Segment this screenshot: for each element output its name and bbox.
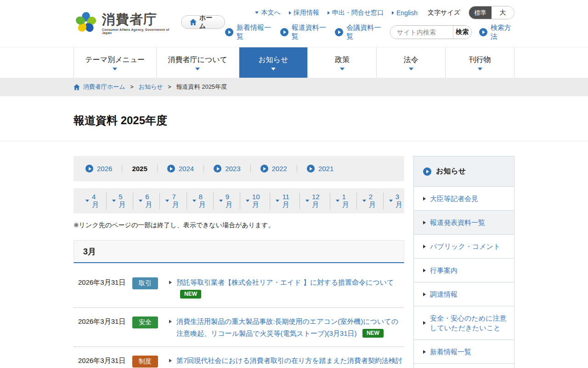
year-label: 2022: [272, 165, 287, 172]
play-circle-icon: [225, 28, 233, 36]
sidebar: お知らせ 大臣等記者会見 報道発表資料一覧 パブリック・コメント 行事案内 調達…: [413, 156, 514, 368]
arrow-right-icon: [169, 320, 172, 323]
breadcrumb-section-link[interactable]: お知らせ: [139, 83, 163, 91]
month-tab[interactable]: 5月: [106, 193, 127, 209]
quicklinks-row: 新着情報一覧 報道資料一覧 会議資料一覧 検索 検索方法: [225, 23, 514, 41]
search-help-link[interactable]: 検索方法: [479, 23, 514, 41]
utility-link[interactable]: 申出・問合せ窓口: [328, 9, 384, 17]
month-tab[interactable]: 12月: [300, 193, 324, 209]
quicklink[interactable]: 報道資料一覧: [280, 23, 328, 41]
chevron-down-icon: [165, 200, 169, 202]
search-button[interactable]: 検索: [453, 26, 471, 39]
chevron-down-icon: [409, 68, 413, 70]
search-input[interactable]: [390, 26, 453, 39]
nav-tab-label: 刊行物: [469, 55, 491, 65]
sidebar-item[interactable]: 安全・安心のために注意していただきたいこと: [414, 306, 514, 339]
play-circle-icon: [214, 165, 221, 172]
month-label: 9月: [226, 193, 234, 209]
month-label: 3月: [396, 193, 404, 209]
month-tab[interactable]: 3月: [383, 193, 404, 209]
quicklink[interactable]: 会議資料一覧: [335, 23, 383, 41]
month-tab[interactable]: 4月: [85, 193, 101, 209]
play-circle-icon: [307, 165, 315, 172]
nav-tab-label: テーマ別メニュー: [85, 55, 145, 65]
chevron-down-icon: [85, 200, 89, 202]
year-tab[interactable]: 2023: [204, 165, 240, 172]
chevron-down-icon: [336, 200, 339, 202]
sidebar-header: お知らせ: [414, 156, 514, 186]
home-button[interactable]: ホーム: [181, 15, 225, 29]
sidebar-item-label: 行事案内: [430, 265, 458, 275]
nav-tab[interactable]: 法令: [377, 47, 446, 78]
sidebar-item[interactable]: 大臣等記者会見: [414, 186, 514, 210]
quicklink-label: 報道資料一覧: [292, 23, 328, 41]
breadcrumb-separator: >: [168, 84, 171, 90]
utility-link-label: 申出・問合せ窓口: [332, 9, 384, 17]
month-tab[interactable]: 1月: [330, 193, 351, 209]
main-column: 2026 2025 2024 2023 2022 2021 4月 5月 6月 7…: [74, 156, 404, 368]
nav-tab[interactable]: 消費者庁について: [157, 47, 239, 78]
sidebar-item[interactable]: 新着情報一覧: [414, 339, 514, 363]
news-date: 2026年3月31日: [78, 276, 130, 287]
month-label: 5月: [119, 193, 127, 209]
chevron-down-icon: [271, 68, 276, 70]
month-tab[interactable]: 8月: [187, 193, 208, 209]
month-label: 1月: [342, 193, 351, 209]
nav-tab-label: 政策: [335, 55, 350, 65]
sidebar-item[interactable]: 報道発表資料一覧: [414, 210, 514, 234]
agency-logo-link[interactable]: 消費者庁 Consumer Affairs Agency, Government…: [74, 9, 171, 38]
chevron-down-icon: [112, 200, 116, 202]
arrow-right-icon: [392, 11, 394, 15]
news-link[interactable]: 第7回現代社会における消費者取引の在り方を踏まえた消費者契約法検討会ワーキンググ…: [176, 356, 402, 368]
news-list: 2026年3月31日 取引 預託等取引業者【株式会社リア・エイド 】に対する措置…: [74, 269, 404, 368]
nav-tab[interactable]: お知らせ: [239, 47, 308, 78]
breadcrumb-home-link[interactable]: 消費者庁ホーム: [83, 83, 125, 91]
font-size-standard-button[interactable]: 標準: [469, 6, 492, 19]
month-label: 10月: [252, 193, 265, 209]
year-tab[interactable]: 2024: [157, 165, 194, 172]
month-section-heading: 3月: [74, 240, 404, 263]
nav-tab[interactable]: テーマ別メニュー: [74, 47, 157, 78]
month-tab[interactable]: 2月: [356, 193, 378, 209]
chevron-down-icon: [276, 200, 279, 202]
chevron-down-icon: [389, 200, 393, 202]
sidebar-item-label: 大臣等記者会見: [430, 194, 478, 203]
play-circle-icon: [167, 165, 175, 172]
page-title: 報道資料 2025年度: [74, 113, 514, 128]
sidebar-item[interactable]: 調達情報: [414, 282, 514, 306]
year-tab[interactable]: 2021: [297, 165, 334, 172]
year-label: 2024: [179, 165, 194, 172]
month-tab[interactable]: 9月: [213, 193, 234, 209]
year-tab[interactable]: 2026: [85, 165, 112, 172]
category-badge: 取引: [132, 277, 158, 289]
quicklink[interactable]: 新着情報一覧: [225, 23, 273, 41]
nav-tab[interactable]: 刊行物: [446, 47, 514, 78]
year-tab[interactable]: 2022: [250, 165, 287, 172]
home-button-label: ホーム: [199, 14, 216, 30]
arrow-right-icon: [423, 245, 426, 248]
nav-tab[interactable]: 政策: [308, 47, 377, 78]
utility-link[interactable]: 採用情報: [289, 9, 319, 17]
new-badge: NEW: [180, 290, 201, 299]
arrow-right-icon: [423, 269, 426, 272]
arrow-right-icon: [423, 321, 426, 325]
sidebar-item[interactable]: 行事案内: [414, 258, 514, 282]
month-tab[interactable]: 10月: [240, 193, 265, 209]
arrow-right-icon: [423, 221, 426, 224]
news-link[interactable]: 預託等取引業者【株式会社リア・エイド 】に対する措置命令について: [176, 278, 394, 286]
month-selector: 4月 5月 6月 7月 8月 9月 10月 11月 12月 1月 2月 3月: [74, 188, 404, 213]
year-tab: 2025: [122, 165, 147, 172]
sidebar-item[interactable]: パブリック・コメント: [414, 234, 514, 258]
play-circle-icon: [423, 167, 431, 176]
site-header: 消費者庁 Consumer Affairs Agency, Government…: [0, 0, 588, 47]
month-tab[interactable]: 11月: [270, 193, 294, 209]
utility-link[interactable]: 本文へ: [255, 9, 280, 17]
site-search: 検索: [390, 25, 472, 39]
month-tab[interactable]: 6月: [133, 193, 154, 209]
quicklink-label: 会議資料一覧: [346, 23, 383, 41]
utility-link[interactable]: English: [392, 9, 418, 17]
month-tab[interactable]: 7月: [159, 193, 181, 209]
arrow-right-icon: [289, 11, 291, 15]
arrow-right-icon: [423, 350, 426, 354]
font-size-large-button[interactable]: 大: [492, 6, 514, 19]
